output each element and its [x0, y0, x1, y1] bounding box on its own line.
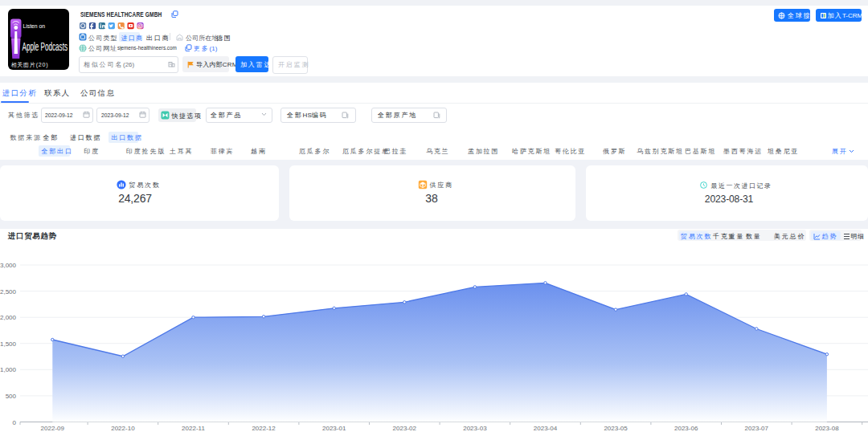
svg-text:2022-11: 2022-11 — [182, 425, 205, 432]
svg-text:2023-08: 2023-08 — [815, 425, 839, 432]
svg-text:2022-10: 2022-10 — [111, 425, 135, 432]
svg-text:2023-07: 2023-07 — [745, 425, 769, 432]
svg-text:2023-05: 2023-05 — [604, 425, 628, 432]
svg-text:Listen on: Listen on — [23, 23, 46, 29]
svg-text:2023-04: 2023-04 — [534, 425, 558, 432]
svg-text:2023-01: 2023-01 — [322, 425, 346, 432]
svg-text:3,000: 3,000 — [0, 262, 17, 269]
svg-text:2023-02: 2023-02 — [393, 425, 417, 432]
svg-text:0: 0 — [13, 419, 17, 426]
svg-text:500: 500 — [6, 393, 17, 400]
svg-text:1,000: 1,000 — [0, 366, 17, 373]
svg-text:2022-12: 2022-12 — [252, 425, 276, 432]
svg-text:2023-03: 2023-03 — [463, 425, 487, 432]
svg-text:相关图片(20): 相关图片(20) — [11, 61, 49, 68]
svg-text:2,000: 2,000 — [0, 314, 17, 321]
svg-text:2022-09: 2022-09 — [41, 425, 65, 432]
svg-text:2,500: 2,500 — [0, 288, 17, 295]
svg-text:1,500: 1,500 — [0, 340, 17, 348]
svg-text:2023-06: 2023-06 — [674, 425, 698, 432]
svg-text:Apple Podcasts: Apple Podcasts — [23, 40, 68, 53]
